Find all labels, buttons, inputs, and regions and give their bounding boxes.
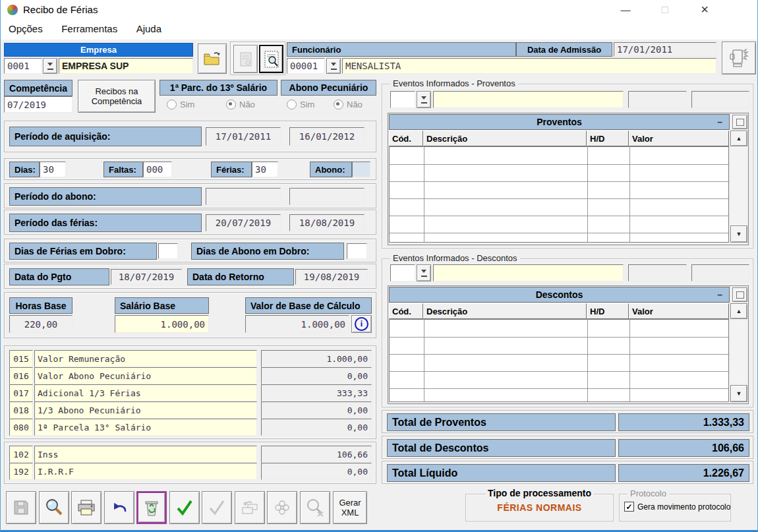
parc13-radio-nao[interactable]: Não	[226, 99, 255, 109]
verba-cod: 015	[9, 350, 33, 367]
evento-dropdown-button[interactable]	[417, 91, 431, 108]
col-cod-header[interactable]: Cód.	[389, 303, 423, 319]
ferias-field[interactable]: 30	[252, 162, 278, 177]
col-desc-header[interactable]: Descrição	[423, 303, 587, 319]
recibo-de-ferias-window: Recibo de Férias — □ × Opções Ferramenta…	[0, 0, 758, 532]
col-hd-header[interactable]: H/D	[587, 131, 629, 146]
evento-cod-input[interactable]	[390, 91, 415, 108]
recibos-na-competencia-button[interactable]: Recibos na Competência	[78, 80, 156, 113]
protocolo-group: Protocolo ✓ Gera movimento protocolo	[619, 494, 731, 521]
menu-opcoes[interactable]: Opções	[1, 20, 51, 38]
abono-radio-nao[interactable]: Não	[334, 99, 363, 109]
grid-line	[390, 216, 728, 216]
evento-desc-input[interactable]	[433, 264, 624, 281]
valor-base-calculo-field[interactable]: 1.000,00	[245, 315, 349, 333]
base-calculo-info-button[interactable]: i	[351, 315, 372, 333]
abono-inicio-field[interactable]	[206, 188, 281, 205]
abono-radio-sim[interactable]: Sim	[287, 99, 314, 109]
evento-cod-input[interactable]	[390, 264, 415, 281]
menu-bar: Opções Ferramentas Ajuda	[1, 20, 757, 40]
faltas-field[interactable]: 000	[143, 162, 172, 177]
data-retorno-field[interactable]: 19/08/2019	[295, 269, 368, 285]
data-admissao-field[interactable]: 17/01/2011	[614, 42, 716, 57]
funcionario-dropdown-button[interactable]	[326, 58, 341, 74]
payment-button[interactable]	[235, 491, 265, 524]
cancel-search-button[interactable]	[300, 491, 330, 524]
printer-receipt-icon	[728, 47, 750, 69]
abono-fim-field[interactable]	[289, 188, 364, 205]
magnifier-icon	[44, 498, 64, 517]
print-button[interactable]	[71, 491, 102, 524]
gerar-xml-button[interactable]: Gerar XML	[333, 491, 367, 524]
gera-protocolo-checkbox[interactable]: ✓ Gera movimento protocolo	[624, 502, 730, 512]
scroll-down-button[interactable]: ▼	[730, 225, 747, 243]
verba-valor: 1.000,00	[261, 350, 372, 367]
total-descontos-value: 106,66	[618, 439, 749, 457]
grid-line	[390, 388, 728, 389]
horas-base-field[interactable]: 220,00	[9, 315, 73, 333]
undo-button[interactable]	[104, 491, 134, 524]
close-button[interactable]: ×	[689, 0, 720, 19]
collapse-icon[interactable]: –	[717, 289, 722, 300]
aquisicao-inicio-field[interactable]: 17/01/2011	[206, 127, 281, 146]
proventos-maximize-button[interactable]	[732, 115, 747, 129]
scroll-down-button[interactable]: ▼	[730, 385, 747, 402]
ferias-dobro-field[interactable]	[158, 243, 178, 259]
scroll-up-button[interactable]: ▲	[730, 131, 747, 146]
menu-ferramentas[interactable]: Ferramentas	[53, 20, 125, 38]
save-floppy-icon	[13, 499, 30, 516]
evento-valor-input[interactable]	[691, 264, 749, 281]
salario-base-field[interactable]: 1.000,00	[115, 315, 209, 333]
col-valor-header[interactable]: Valor	[629, 303, 729, 319]
col-desc-header[interactable]: Descrição	[423, 131, 587, 146]
col-hd-header[interactable]: H/D	[587, 303, 629, 319]
abono-dobro-field[interactable]	[347, 243, 367, 259]
desconto-desc: I.R.R.F	[34, 463, 257, 480]
funcionario-name-field[interactable]: MENSALISTA	[342, 58, 716, 74]
evento-hd-input[interactable]	[628, 264, 687, 281]
empresa-dropdown-button[interactable]	[43, 58, 57, 74]
evento-dropdown-button[interactable]	[417, 264, 431, 281]
save-button[interactable]	[6, 491, 36, 524]
undo-arrow-icon	[110, 500, 129, 516]
report-button[interactable]	[233, 45, 258, 73]
grid-line	[587, 147, 588, 242]
descontos-table-body[interactable]	[389, 319, 729, 402]
menu-ajuda[interactable]: Ajuda	[129, 20, 169, 38]
empresa-code-field[interactable]: 0001	[4, 58, 42, 74]
options-button[interactable]	[267, 491, 297, 524]
delete-button[interactable]	[136, 491, 167, 524]
descontos-maximize-button[interactable]	[732, 287, 747, 302]
scroll-up-button[interactable]: ▲	[730, 303, 747, 319]
col-cod-header[interactable]: Cód.	[389, 131, 423, 146]
collapse-icon[interactable]: –	[717, 117, 722, 127]
bases-group: Horas Base 220,00 Salário Base 1.000,00 …	[4, 292, 376, 338]
ferias-inicio-field[interactable]: 20/07/2019	[206, 214, 281, 231]
parc13-radio-sim[interactable]: Sim	[167, 99, 194, 109]
confirm-button[interactable]	[169, 491, 200, 524]
aquisicao-fim-field[interactable]: 16/01/2012	[289, 127, 364, 146]
competencia-field[interactable]: 07/2019	[4, 96, 73, 113]
confirm-disabled-button[interactable]	[202, 491, 232, 524]
empresa-name-field[interactable]: EMPRESA SUP	[59, 58, 193, 74]
preview-button[interactable]	[259, 45, 283, 73]
open-company-button[interactable]	[198, 44, 227, 74]
col-valor-header[interactable]: Valor	[629, 131, 729, 146]
title-bar: Recibo de Férias — □ ×	[1, 0, 757, 20]
ferias-dobro-label: Dias de Férias em Dobro:	[9, 243, 157, 260]
evento-hd-input[interactable]	[628, 91, 687, 108]
data-pgto-field[interactable]: 18/07/2019	[111, 269, 182, 285]
maximize-button[interactable]: □	[650, 0, 680, 19]
evento-desc-input[interactable]	[433, 91, 624, 108]
search-button[interactable]	[39, 491, 69, 524]
proventos-table-body[interactable]	[389, 146, 729, 243]
data-pgto-label: Data do Pgto	[9, 268, 109, 285]
print-receipt-button[interactable]	[722, 42, 756, 74]
abono-field[interactable]	[352, 162, 370, 177]
evento-valor-input[interactable]	[691, 91, 749, 108]
periodo-aquisicao-group: Período de aquisição: 17/01/2011 16/01/2…	[4, 121, 376, 152]
ferias-fim-field[interactable]: 18/08/2019	[289, 214, 364, 231]
minimize-button[interactable]: —	[610, 0, 641, 19]
funcionario-code-field[interactable]: 00001	[287, 58, 325, 74]
dias-field[interactable]: 30	[40, 162, 66, 177]
